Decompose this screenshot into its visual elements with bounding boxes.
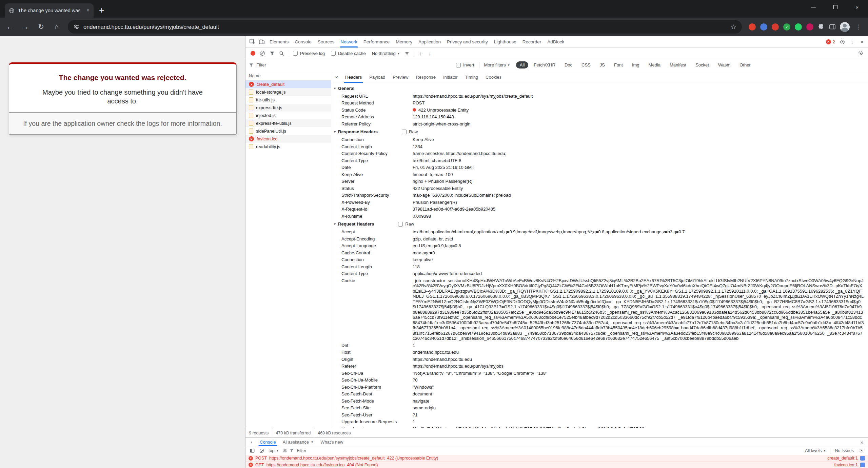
throttling-select[interactable]: No throttling ▾ [372, 51, 399, 56]
console-insight-icon[interactable] [860, 456, 865, 461]
side-panel-icon[interactable] [829, 23, 836, 30]
response-raw-checkbox[interactable]: Raw [402, 129, 418, 134]
network-request-row[interactable]: readability.js [245, 143, 331, 151]
console-settings-icon[interactable] [856, 447, 866, 454]
console-filter-input[interactable] [297, 448, 439, 453]
extension-icon-green-check[interactable]: ✓ [783, 23, 790, 31]
error-count-badge[interactable]: × 2 [826, 39, 835, 44]
preserve-log-checkbox[interactable]: Preserve log [293, 51, 325, 56]
console-message-url-link[interactable]: https://ondemand.hpcc.ttu.edu/favicon.ic… [267, 463, 345, 467]
tab-close-icon[interactable]: × [86, 7, 90, 14]
extensions-puzzle-icon[interactable] [818, 23, 825, 30]
devtools-settings-icon[interactable] [837, 37, 847, 46]
request-type-chip[interactable]: Doc [561, 61, 576, 69]
drawer-close-icon[interactable]: × [857, 438, 867, 447]
name-column-header[interactable]: Name [245, 71, 331, 80]
network-request-row[interactable]: local-storage.js [245, 88, 331, 96]
request-type-chip[interactable]: Font [610, 61, 627, 69]
devtools-tab[interactable]: AdBlock [544, 36, 567, 47]
request-type-chip[interactable]: Socket [692, 61, 713, 69]
devtools-tab[interactable]: Sources [315, 36, 338, 47]
devtools-tab[interactable]: Elements [267, 36, 292, 47]
console-source-link[interactable]: favicon.ico:1 [834, 463, 858, 467]
export-har-icon[interactable]: ↓ [425, 49, 435, 58]
home-button[interactable]: ⌂ [50, 20, 64, 34]
console-source-link[interactable]: create_default:1 [827, 456, 858, 461]
network-conditions-icon[interactable] [402, 49, 412, 58]
network-request-row[interactable]: fte-utils.js [245, 96, 331, 104]
search-icon[interactable] [277, 49, 286, 58]
forward-button[interactable]: → [18, 20, 33, 34]
request-raw-checkbox[interactable]: Raw [398, 221, 414, 227]
devtools-tab[interactable]: Lighthouse [491, 36, 519, 47]
more-filters-dropdown[interactable]: More filters ▾ [484, 62, 510, 67]
network-request-row[interactable]: injected.js [245, 112, 331, 119]
issues-counter[interactable]: No Issues [835, 448, 854, 453]
network-request-row[interactable]: express-fte-utils.js [245, 119, 331, 127]
adblock-extension-icon[interactable] [749, 23, 756, 31]
request-detail-tab[interactable]: Headers [341, 71, 366, 83]
close-window-button[interactable]: × [846, 0, 868, 14]
request-type-chip[interactable]: JS [596, 61, 609, 69]
response-headers-section-header[interactable]: ▾ Response Headers Raw [331, 128, 868, 136]
record-network-log-icon[interactable] [248, 49, 258, 58]
maximize-button[interactable] [825, 0, 846, 14]
request-type-chip[interactable]: Media [645, 61, 664, 69]
devtools-tab[interactable]: Application [415, 36, 444, 47]
network-request-row[interactable]: create_default [245, 80, 331, 88]
request-detail-tab[interactable]: Cookies [482, 71, 505, 83]
close-request-details-icon[interactable]: × [332, 74, 341, 80]
devtools-tab[interactable]: Console [292, 36, 315, 47]
devtools-tab[interactable]: Privacy and security [444, 36, 491, 47]
import-har-icon[interactable]: ↑ [416, 49, 425, 58]
request-type-chip[interactable]: Other [736, 61, 754, 69]
bookmark-star-icon[interactable]: ☆ [731, 23, 736, 31]
devtools-tab[interactable]: Performance [360, 36, 393, 47]
site-info-icon[interactable] [73, 24, 79, 30]
device-toolbar-icon[interactable] [257, 37, 267, 46]
general-section-header[interactable]: ▾ General [331, 84, 868, 93]
address-bar[interactable]: ondemand.hpcc.ttu.edu/pun/sys/myjobs/cre… [68, 20, 742, 34]
request-type-chip[interactable]: All [516, 61, 528, 69]
network-filter-input[interactable] [256, 62, 453, 67]
extension-icon-pink[interactable] [806, 23, 813, 31]
log-levels-select[interactable]: All levels ▾ [805, 448, 825, 453]
invert-filter-checkbox[interactable]: Invert [456, 62, 474, 67]
request-headers-section-header[interactable]: ▾ Request Headers Raw [331, 220, 868, 229]
request-detail-tab[interactable]: Timing [461, 71, 482, 83]
request-type-chip[interactable]: Img [628, 61, 643, 69]
minimize-button[interactable] [803, 0, 825, 14]
request-detail-tab[interactable]: Initiator [439, 71, 461, 83]
console-insight-icon[interactable] [860, 463, 865, 467]
devtools-tab[interactable]: Memory [393, 36, 415, 47]
request-detail-tab[interactable]: Response [412, 71, 439, 83]
clear-network-log-icon[interactable] [258, 49, 267, 58]
request-type-chip[interactable]: Manifest [666, 61, 690, 69]
network-request-row[interactable]: sidePanelUtil.js [245, 127, 331, 135]
frame-context-select[interactable]: top ▾ [269, 448, 278, 453]
request-type-chip[interactable]: Fetch/XHR [530, 61, 559, 69]
devtools-menu-icon[interactable]: ⋮ [847, 37, 857, 46]
filter-toggle-icon[interactable] [267, 49, 277, 58]
network-settings-icon[interactable] [856, 49, 865, 58]
console-sidebar-icon[interactable] [248, 447, 257, 454]
drawer-tab[interactable]: Console ✦ [256, 438, 279, 446]
live-expression-icon[interactable] [280, 447, 290, 454]
drawer-tab[interactable]: AI assistance ✦ [279, 438, 317, 446]
disable-cache-checkbox[interactable]: Disable cache [331, 51, 366, 56]
url-text[interactable]: ondemand.hpcc.ttu.edu/pun/sys/myjobs/cre… [83, 24, 727, 30]
devtools-close-icon[interactable]: × [857, 37, 867, 46]
whatsapp-extension-icon[interactable] [795, 23, 802, 31]
request-detail-tab[interactable]: Preview [389, 71, 412, 83]
profile-avatar[interactable] [840, 22, 850, 32]
request-detail-tab[interactable]: Payload [366, 71, 389, 83]
browser-tab[interactable]: The change you wanted was rejected. × [5, 3, 94, 18]
clear-console-icon[interactable] [257, 447, 267, 454]
network-request-row[interactable]: express-fte.js [245, 104, 331, 112]
request-type-chip[interactable]: Wasm [714, 61, 734, 69]
inspect-element-icon[interactable] [248, 37, 257, 46]
devtools-tab[interactable]: Recorder [519, 36, 545, 47]
drawer-menu-icon[interactable]: ⋮ [247, 438, 256, 447]
browser-menu-icon[interactable]: ⋮ [851, 20, 865, 34]
reload-button[interactable]: ↻ [34, 20, 48, 34]
